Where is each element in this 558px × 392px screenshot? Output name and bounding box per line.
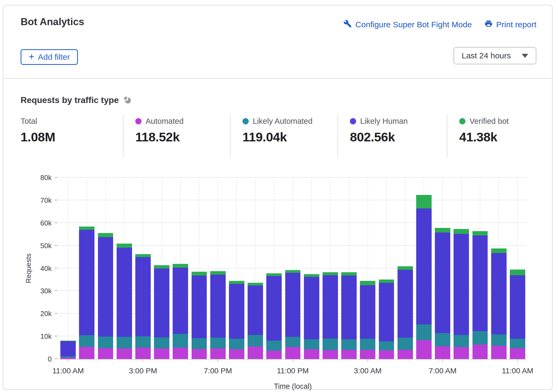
stacked-bar-4:00 AM[interactable] <box>379 178 394 359</box>
bar-slot <box>433 178 452 359</box>
bar-segment-verified-bot <box>510 270 525 275</box>
bar-segment-automated <box>360 350 375 359</box>
stacked-bar-11:00 AM[interactable] <box>510 178 525 359</box>
bar-segment-likely-automated <box>379 341 394 351</box>
stacked-bar-4:00 PM[interactable] <box>154 178 169 359</box>
bar-slot <box>471 178 489 359</box>
bar-segment-likely-automated <box>98 337 113 348</box>
bar-segment-verified-bot <box>435 228 450 232</box>
traffic-type-stats: Total 1.08M Automated 118.52k Likely Aut… <box>21 115 536 158</box>
stacked-bar-1:00 AM[interactable] <box>323 178 338 359</box>
x-tick-label: 3:00 PM <box>129 367 157 375</box>
stacked-bar-12:00 PM[interactable] <box>79 178 94 359</box>
stat-verified-bot-value: 41.38k <box>459 129 535 144</box>
bar-segment-likely-automated <box>117 337 132 348</box>
stacked-bar-8:00 PM[interactable] <box>229 178 244 359</box>
bar-slot <box>96 178 115 359</box>
bar-segment-automated <box>285 347 301 359</box>
chevron-down-icon <box>522 54 528 58</box>
bar-segment-likely-automated <box>229 339 244 349</box>
stacked-bar-7:00 PM[interactable] <box>210 178 226 359</box>
y-tick-label: 10k <box>40 332 52 341</box>
bar-slot <box>115 178 134 359</box>
bar-segment-verified-bot <box>398 266 413 270</box>
x-tick-label: 11:00 AM <box>502 367 533 375</box>
stacked-bar-11:00 PM[interactable] <box>285 178 301 359</box>
bar-slot <box>396 178 415 359</box>
x-axis-title: Time (local) <box>274 382 312 391</box>
bar-segment-likely-human <box>192 275 207 338</box>
bar-slot <box>415 178 433 359</box>
stacked-bar-10:00 AM[interactable] <box>491 178 507 359</box>
bar-segment-likely-human <box>454 234 469 335</box>
bar-segment-likely-human <box>416 208 432 324</box>
bar-segment-likely-human <box>435 232 450 333</box>
bar-segment-verified-bot <box>266 273 282 276</box>
y-tick-label: 70k <box>40 196 52 204</box>
bar-slot <box>321 178 340 359</box>
bar-segment-likely-human <box>266 276 282 341</box>
bot-analytics-card: Bot Analytics Configure Super Bot Fight … <box>3 5 553 390</box>
bar-segment-likely-automated <box>135 336 151 348</box>
page-title: Bot Analytics <box>21 16 84 28</box>
x-tick-mark <box>143 359 143 362</box>
time-range-value: Last 24 hours <box>462 51 511 60</box>
bar-segment-likely-human <box>229 284 244 339</box>
bar-segment-automated <box>266 351 282 359</box>
bars-layer <box>59 178 527 359</box>
y-tick-label: 30k <box>40 287 52 295</box>
bar-segment-likely-human <box>491 253 507 334</box>
bar-segment-verified-bot <box>360 281 375 285</box>
stacked-bar-8:00 AM[interactable] <box>454 178 469 359</box>
x-tick-label: 7:00 AM <box>429 367 457 375</box>
y-tick-mark <box>54 290 58 291</box>
bar-segment-likely-automated <box>435 333 450 346</box>
print-report-link[interactable]: Print report <box>484 19 536 30</box>
bar-segment-automated <box>79 347 94 359</box>
header-links: Configure Super Bot Fight Mode Print rep… <box>343 19 536 30</box>
bar-segment-likely-automated <box>454 335 469 347</box>
bar-segment-automated <box>248 347 263 359</box>
stacked-bar-12:00 AM[interactable] <box>304 178 319 359</box>
stacked-bar-2:00 PM[interactable] <box>117 178 132 359</box>
stacked-bar-10:00 PM[interactable] <box>266 178 282 359</box>
stacked-bar-3:00 PM[interactable] <box>135 178 151 359</box>
bar-segment-likely-human <box>98 237 113 337</box>
bar-slot <box>77 178 96 359</box>
bar-segment-likely-automated <box>192 338 207 349</box>
stat-likely-human: Likely Human 802.56k <box>337 115 447 158</box>
stacked-bar-3:00 AM[interactable] <box>360 178 375 359</box>
bar-slot <box>152 178 171 359</box>
bar-segment-verified-bot <box>229 281 244 284</box>
bar-segment-likely-automated <box>79 335 94 347</box>
time-range-select[interactable]: Last 24 hours <box>454 47 536 64</box>
print-link-label: Print report <box>496 20 536 29</box>
add-filter-button[interactable]: + Add filter <box>21 49 78 65</box>
stacked-bar-9:00 AM[interactable] <box>472 178 488 359</box>
stacked-bar-1:00 PM[interactable] <box>98 178 113 359</box>
bar-segment-automated <box>416 340 432 359</box>
x-tick-label: 11:00 AM <box>52 367 84 375</box>
y-tick-label: 0 <box>48 355 52 363</box>
requests-chart-plot-area: Requests Time (local) 010k20k30k40k50k60… <box>59 178 527 360</box>
stacked-bar-2:00 AM[interactable] <box>341 178 357 359</box>
stacked-bar-5:00 PM[interactable] <box>173 178 188 359</box>
stacked-bar-6:00 AM[interactable] <box>416 178 432 359</box>
bar-segment-automated <box>341 350 357 359</box>
bar-segment-likely-human <box>341 275 357 340</box>
bar-segment-automated <box>323 350 338 359</box>
configure-super-bot-fight-mode-link[interactable]: Configure Super Bot Fight Mode <box>343 19 472 30</box>
bar-segment-verified-bot <box>472 231 488 235</box>
stacked-bar-9:00 PM[interactable] <box>248 178 263 359</box>
bar-segment-likely-automated <box>248 335 263 347</box>
bar-segment-automated <box>379 350 394 359</box>
bar-segment-automated <box>491 346 507 359</box>
stat-total-label: Total <box>21 117 37 126</box>
bar-segment-automated <box>510 348 525 359</box>
bar-segment-automated <box>435 346 450 359</box>
stacked-bar-7:00 AM[interactable] <box>435 178 450 359</box>
stacked-bar-5:00 AM[interactable] <box>398 178 413 359</box>
stacked-bar-6:00 PM[interactable] <box>192 178 207 359</box>
bar-segment-likely-human <box>379 283 394 341</box>
stacked-bar-11:00 AM[interactable] <box>60 178 76 359</box>
